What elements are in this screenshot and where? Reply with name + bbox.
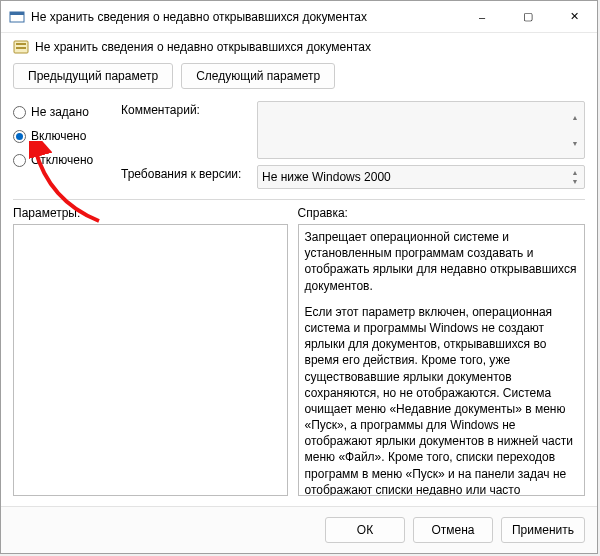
requirements-box: Не ниже Windows 2000 ▲▼ xyxy=(257,165,585,189)
radio-disabled[interactable]: Отключено xyxy=(13,153,113,167)
radio-label: Включено xyxy=(31,129,86,143)
params-label: Параметры: xyxy=(13,206,288,220)
separator xyxy=(13,199,585,200)
help-paragraph: Запрещает операционной системе и установ… xyxy=(305,229,578,294)
window-controls: – ▢ ✕ xyxy=(459,1,597,32)
requirements-value: Не ниже Windows 2000 xyxy=(262,170,391,184)
help-box[interactable]: Запрещает операционной системе и установ… xyxy=(298,224,585,496)
params-box[interactable] xyxy=(13,224,288,496)
radio-enabled[interactable]: Включено xyxy=(13,129,113,143)
comment-label: Комментарий: xyxy=(121,101,251,117)
footer: ОК Отмена Применить xyxy=(1,506,597,553)
dialog-icon xyxy=(9,9,25,25)
radio-not-configured[interactable]: Не задано xyxy=(13,105,113,119)
maximize-button[interactable]: ▢ xyxy=(505,1,551,32)
lower-panes: Параметры: Справка: Запрещает операционн… xyxy=(13,206,585,496)
config-area: Не задано Включено Отключено Комментарий… xyxy=(13,101,585,189)
title-text: Не хранить сведения о недавно открывавши… xyxy=(31,10,459,24)
requirements-row: Требования к версии: Не ниже Windows 200… xyxy=(121,165,585,189)
radio-label: Отключено xyxy=(31,153,93,167)
state-radios: Не задано Включено Отключено xyxy=(13,101,113,189)
radio-icon xyxy=(13,106,26,119)
titlebar: Не хранить сведения о недавно открывавши… xyxy=(1,1,597,33)
fields: Комментарий: ▲▼ Требования к версии: Не … xyxy=(121,101,585,189)
heading-row: Не хранить сведения о недавно открывавши… xyxy=(13,39,585,63)
nav-row: Предыдущий параметр Следующий параметр xyxy=(13,63,585,89)
policy-icon xyxy=(13,39,29,55)
close-button[interactable]: ✕ xyxy=(551,1,597,32)
help-label: Справка: xyxy=(298,206,585,220)
spinner-icon: ▲▼ xyxy=(568,104,582,156)
cancel-button[interactable]: Отмена xyxy=(413,517,493,543)
radio-label: Не задано xyxy=(31,105,89,119)
params-pane: Параметры: xyxy=(13,206,288,496)
next-setting-button[interactable]: Следующий параметр xyxy=(181,63,335,89)
dialog-body: Не хранить сведения о недавно открывавши… xyxy=(1,33,597,506)
dialog-window: Не хранить сведения о недавно открывавши… xyxy=(0,0,598,554)
comment-row: Комментарий: ▲▼ xyxy=(121,101,585,159)
heading-text: Не хранить сведения о недавно открывавши… xyxy=(35,40,371,54)
requirements-label: Требования к версии: xyxy=(121,165,251,181)
radio-icon xyxy=(13,154,26,167)
minimize-button[interactable]: – xyxy=(459,1,505,32)
prev-setting-button[interactable]: Предыдущий параметр xyxy=(13,63,173,89)
radio-icon xyxy=(13,130,26,143)
ok-button[interactable]: ОК xyxy=(325,517,405,543)
apply-button[interactable]: Применить xyxy=(501,517,585,543)
svg-rect-3 xyxy=(16,43,26,45)
comment-input[interactable]: ▲▼ xyxy=(257,101,585,159)
svg-rect-1 xyxy=(10,12,24,15)
svg-rect-4 xyxy=(16,47,26,49)
spinner-icon: ▲▼ xyxy=(568,168,582,186)
help-paragraph: Если этот параметр включен, операционная… xyxy=(305,304,578,496)
help-pane: Справка: Запрещает операционной системе … xyxy=(298,206,585,496)
